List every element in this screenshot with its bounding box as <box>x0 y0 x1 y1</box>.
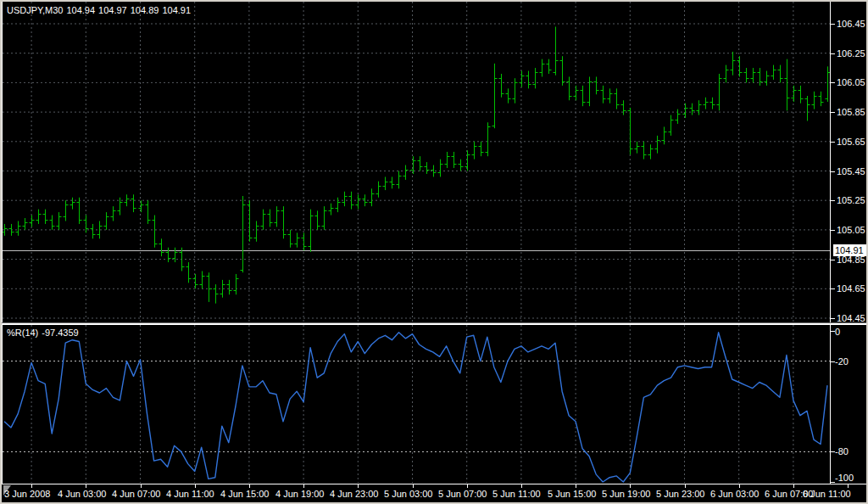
indicator-value-label: -97.4359 <box>42 328 78 338</box>
indicator-title: %R(14)-97.4359 <box>7 328 82 338</box>
indicator-axis-label: -100 <box>835 473 854 484</box>
quote-high: 104.97 <box>98 5 127 15</box>
chart-client-area[interactable]: USDJPY,M30104.94104.97104.89104.91 %R(14… <box>2 2 866 502</box>
time-axis-label: 4 Jun 03:00 <box>58 489 107 499</box>
time-axis-label: 4 Jun 19:00 <box>275 489 325 499</box>
time-axis-label: 4 Jun 23:00 <box>330 489 379 499</box>
indicator-axis-label: 0 <box>835 327 840 338</box>
williams-r-line <box>4 333 827 482</box>
chart-canvas[interactable] <box>2 2 866 502</box>
time-axis-label: 5 Jun 15:00 <box>548 489 597 499</box>
quote-close: 104.91 <box>162 5 191 15</box>
time-axis-label: 5 Jun 11:00 <box>492 489 541 499</box>
time-axis-label: 5 Jun 03:00 <box>384 489 433 499</box>
current-price-badge: 104.91 <box>833 244 866 256</box>
time-axis-label: 3 Jun 2008 <box>4 489 50 499</box>
indicator-axis-label: -20 <box>835 356 849 367</box>
price-axis-label: 105.05 <box>837 225 865 236</box>
time-axis-label: 5 Jun 07:00 <box>438 489 487 499</box>
symbol-period-label: USDJPY,M30 <box>7 5 63 15</box>
chart-window: USDJPY,M30104.94104.97104.89104.91 %R(14… <box>0 0 868 504</box>
indicator-axis-label: -80 <box>835 446 849 457</box>
price-axis-label: 104.65 <box>837 283 865 294</box>
chart-title: USDJPY,M30104.94104.97104.89104.91 <box>7 5 194 15</box>
time-axis-label: 4 Jun 07:00 <box>112 489 161 499</box>
price-axis-label: 105.65 <box>837 137 865 148</box>
price-axis-label: 104.45 <box>837 313 865 324</box>
price-axis-label: 105.85 <box>837 107 865 118</box>
indicator-name-label: %R(14) <box>7 328 38 338</box>
time-axis-label: 6 Jun 11:00 <box>803 489 851 499</box>
price-axis-label: 106.05 <box>837 77 865 88</box>
time-axis-label: 4 Jun 15:00 <box>220 489 270 499</box>
price-axis-label: 106.25 <box>837 48 865 59</box>
price-axis-label: 106.45 <box>837 19 865 30</box>
quote-low: 104.89 <box>131 5 159 15</box>
time-axis-label: 5 Jun 19:00 <box>602 489 651 499</box>
time-axis-label: 5 Jun 23:00 <box>656 489 705 499</box>
ohlc-bars <box>3 26 831 303</box>
quote-open: 104.94 <box>66 5 95 15</box>
time-axis-label: 4 Jun 11:00 <box>166 489 214 499</box>
time-axis-label: 6 Jun 03:00 <box>710 489 760 499</box>
price-axis-label: 105.45 <box>837 166 865 177</box>
price-axis-label: 105.25 <box>837 195 865 206</box>
